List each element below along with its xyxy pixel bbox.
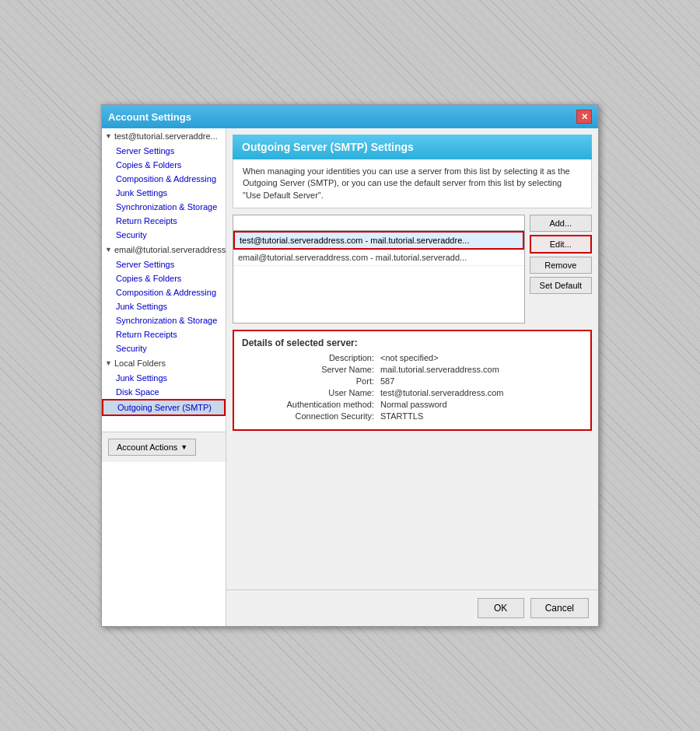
details-title: Details of selected server: [242,338,583,348]
detail-description-label: Description: [242,353,374,362]
set-default-smtp-button[interactable]: Set Default [530,277,592,294]
detail-server-name-label: Server Name: [242,365,374,374]
sidebar-item-test-junk[interactable]: Junk Settings [102,186,226,200]
sidebar-item-test-composition[interactable]: Composition & Addressing [102,172,226,186]
panel-header: Outgoing Server (SMTP) Settings [233,135,592,159]
panel-description: When managing your identities you can us… [233,159,592,208]
sidebar-group-email[interactable]: ▼ email@tutorial.serveraddress... [102,242,226,257]
detail-connection-security-label: Connection Security: [242,411,374,421]
sidebar-group-test[interactable]: ▼ test@tutorial.serveraddre... [102,128,226,144]
main-spacer [226,431,598,589]
edit-smtp-button[interactable]: Edit... [530,235,592,254]
detail-port-row: Port: 587 [242,376,583,386]
group1-arrow-icon: ▼ [105,132,112,140]
smtp-action-buttons: Add... Edit... Remove Set Default [530,215,592,324]
sidebar-item-test-security[interactable]: Security [102,228,226,242]
sidebar-item-outgoing-server[interactable]: Outgoing Server (SMTP) [102,399,226,416]
ok-button[interactable]: OK [478,598,524,618]
sidebar-item-email-junk[interactable]: Junk Settings [102,299,226,313]
sidebar-item-email-sync[interactable]: Synchronization & Storage [102,313,226,327]
detail-description-row: Description: <not specified> [242,353,583,362]
sidebar-item-email-server-settings[interactable]: Server Settings [102,257,226,271]
footer: OK Cancel [226,589,598,626]
detail-connection-security-row: Connection Security: STARTTLS [242,411,583,421]
main-panel: Outgoing Server (SMTP) Settings When man… [226,128,598,626]
sidebar-item-email-copies-folders[interactable]: Copies & Folders [102,271,226,285]
account-actions-label: Account Actions [117,442,177,452]
cancel-button[interactable]: Cancel [530,598,589,618]
detail-auth-method-value: Normal password [380,400,447,409]
account-settings-window: Account Settings ✕ ▼ test@tutorial.serve… [101,104,599,627]
detail-server-name-value: mail.tutorial.serveraddress.com [380,365,499,374]
sidebar: ▼ test@tutorial.serveraddre... Server Se… [102,128,226,626]
add-smtp-button[interactable]: Add... [530,215,592,232]
sidebar-group-local-folders[interactable]: ▼ Local Folders [102,355,226,371]
close-button[interactable]: ✕ [576,110,592,124]
smtp-filter-row[interactable] [233,215,525,230]
sidebar-item-test-return-receipts[interactable]: Return Receipts [102,214,226,228]
detail-server-name-row: Server Name: mail.tutorial.serveraddress… [242,365,583,374]
group1-label: test@tutorial.serveraddre... [114,131,218,141]
detail-connection-security-value: STARTTLS [380,411,423,421]
sidebar-item-local-disk-space[interactable]: Disk Space [102,385,226,399]
sidebar-item-email-composition[interactable]: Composition & Addressing [102,285,226,299]
server-details-box: Details of selected server: Description:… [233,330,592,431]
detail-user-name-value: test@tutorial.serveraddress.com [380,388,504,397]
detail-user-name-row: User Name: test@tutorial.serveraddress.c… [242,388,583,397]
titlebar: Account Settings ✕ [102,105,598,128]
smtp-server-list: test@tutorial.serveraddress.com - mail.t… [233,230,525,324]
smtp-list-item-0[interactable]: test@tutorial.serveraddress.com - mail.t… [233,231,524,250]
detail-port-value: 587 [380,376,394,386]
detail-auth-method-row: Authentication method: Normal password [242,400,583,409]
sidebar-item-email-security[interactable]: Security [102,341,226,355]
sidebar-spacer [102,416,226,432]
remove-smtp-button[interactable]: Remove [530,257,592,274]
sidebar-item-test-sync[interactable]: Synchronization & Storage [102,200,226,214]
account-actions-bar: Account Actions ▼ [102,432,226,462]
main-content: ▼ test@tutorial.serveraddre... Server Se… [102,128,598,626]
detail-port-label: Port: [242,376,374,386]
sidebar-item-test-server-settings[interactable]: Server Settings [102,144,226,158]
group3-arrow-icon: ▼ [105,359,112,367]
group2-label: email@tutorial.serveraddress... [114,245,226,254]
sidebar-item-test-copies-folders[interactable]: Copies & Folders [102,158,226,172]
sidebar-item-email-return-receipts[interactable]: Return Receipts [102,327,226,341]
detail-auth-method-label: Authentication method: [242,400,374,409]
detail-user-name-label: User Name: [242,388,374,397]
window-title: Account Settings [108,111,191,123]
account-actions-arrow-icon: ▼ [180,443,187,451]
detail-description-value: <not specified> [380,353,439,362]
group3-label: Local Folders [114,359,166,368]
smtp-list-area: test@tutorial.serveraddress.com - mail.t… [233,215,592,324]
group2-arrow-icon: ▼ [105,246,112,254]
account-actions-button[interactable]: Account Actions ▼ [108,439,196,456]
smtp-list-item-1[interactable]: email@tutorial.serveraddress.com - mail.… [233,250,524,266]
sidebar-item-local-junk[interactable]: Junk Settings [102,371,226,385]
